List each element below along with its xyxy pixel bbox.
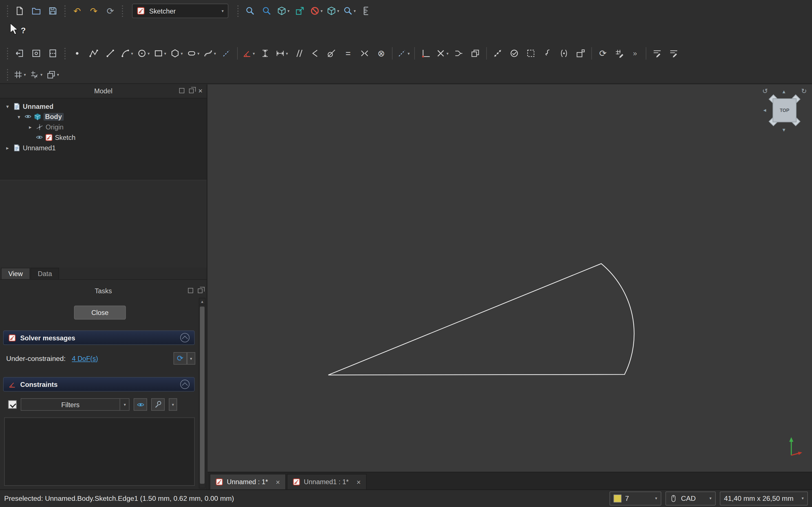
undo-button[interactable]: ↶: [69, 3, 85, 19]
constrain-perpendicular-button[interactable]: [307, 46, 323, 61]
visibility-eye-icon[interactable]: [24, 113, 32, 120]
dropdown-caret-icon[interactable]: ▾: [181, 51, 183, 56]
refresh-geometry-button[interactable]: ⟳: [595, 46, 611, 61]
toolbar-grip[interactable]: [6, 5, 9, 17]
close-button[interactable]: Close: [74, 306, 126, 320]
tasks-scrollbar[interactable]: ▲: [199, 298, 206, 488]
document-tab-unnamed1[interactable]: Unnamed1 : 1* ×: [287, 474, 366, 490]
grid-toggle-button[interactable]: ▾: [12, 67, 27, 82]
rotate-ccw-icon[interactable]: ↺: [762, 87, 768, 95]
navcube-arrow-up-icon[interactable]: ▴: [782, 89, 785, 94]
show-constraints-button[interactable]: [134, 398, 147, 410]
navcube-arrow-left-icon[interactable]: ◂: [763, 107, 766, 113]
dropdown-caret-icon[interactable]: ▾: [148, 51, 150, 56]
render-order-button[interactable]: ▾: [45, 67, 61, 82]
dof-link[interactable]: 4 DoF(s): [72, 354, 98, 362]
navcube-arrow-down-icon[interactable]: ▾: [782, 127, 785, 132]
panel-float-button[interactable]: [198, 288, 203, 293]
new-document-button[interactable]: [12, 3, 27, 19]
open-document-button[interactable]: [28, 3, 44, 19]
measure-button[interactable]: [358, 3, 374, 19]
axonometric-view-button[interactable]: ▾: [276, 3, 291, 19]
create-polyline-button[interactable]: [86, 46, 102, 61]
tab-data[interactable]: Data: [31, 268, 59, 279]
refresh-button[interactable]: ⟳: [103, 3, 118, 19]
snap-button[interactable]: ▾: [28, 67, 44, 82]
tree-expander-icon[interactable]: ▸: [4, 145, 11, 150]
dropdown-caret-icon[interactable]: ▾: [57, 72, 59, 77]
view-dimensions-dropdown[interactable]: 41,40 mm x 26,50 mm ▾: [720, 492, 808, 506]
navigation-cube[interactable]: ↺ ↻ TOP ◂ ▴ ▾: [762, 88, 807, 132]
scroll-up-icon[interactable]: ▲: [199, 298, 205, 305]
workbench-selector[interactable]: Sketcher ▾: [132, 4, 228, 18]
toolbar-grip[interactable]: [237, 5, 239, 17]
dropdown-caret-icon[interactable]: ▾: [286, 51, 288, 56]
dropdown-caret-icon[interactable]: ▾: [337, 8, 339, 13]
navcube-top-face[interactable]: TOP: [772, 98, 796, 122]
dropdown-caret-icon[interactable]: ▾: [321, 8, 323, 13]
grid-settings-button[interactable]: [612, 46, 627, 61]
rotate-cw-icon[interactable]: ↻: [801, 87, 807, 95]
edit-controls-button[interactable]: [573, 46, 588, 61]
tree-expander-icon[interactable]: ▾: [4, 103, 11, 109]
constrain-parallel-button[interactable]: [291, 46, 306, 61]
constraint-settings-button[interactable]: [151, 398, 165, 410]
create-line-button[interactable]: [103, 46, 118, 61]
toolbar-grip[interactable]: [64, 5, 66, 17]
dropdown-caret-icon[interactable]: ▾: [40, 72, 42, 77]
select-axes-button[interactable]: [418, 46, 433, 61]
tree-expander-icon[interactable]: ▾: [15, 114, 22, 119]
create-bspline-button[interactable]: ▾: [202, 46, 217, 61]
bspline-knot-button[interactable]: [556, 46, 572, 61]
redo-button[interactable]: ↷: [86, 3, 102, 19]
validate-sketch-button[interactable]: [507, 46, 522, 61]
collapse-icon[interactable]: [180, 380, 189, 389]
close-icon[interactable]: ×: [276, 478, 280, 486]
toolbar-grip[interactable]: [6, 47, 9, 59]
annotation-styles-button[interactable]: [650, 46, 665, 61]
merge-sketches-button[interactable]: [451, 46, 467, 61]
3d-viewport[interactable]: ↺ ↻ TOP ◂ ▴ ▾: [208, 84, 812, 472]
layer-dropdown[interactable]: 7 ▾: [610, 492, 661, 506]
dropdown-caret-icon[interactable]: ▾: [408, 51, 410, 56]
create-polygon-button[interactable]: ▾: [169, 46, 184, 61]
tree-item-unnamed1[interactable]: ▸Unnamed1: [0, 143, 207, 153]
texture-view-button[interactable]: ▾: [325, 3, 341, 19]
constrain-horizontal-distance-button[interactable]: ▾: [274, 46, 290, 61]
leave-sketch-button[interactable]: [12, 46, 27, 61]
dropdown-caret-icon[interactable]: ▾: [447, 51, 449, 56]
constrain-block-button[interactable]: ⊗: [373, 46, 389, 61]
delete-constraints-button[interactable]: ▾: [434, 46, 450, 61]
create-slot-button[interactable]: ▾: [185, 46, 201, 61]
zoom-tools-button[interactable]: ▾: [342, 3, 357, 19]
dropdown-caret-icon[interactable]: ▾: [131, 51, 133, 56]
constraint-list[interactable]: [4, 417, 195, 486]
dropdown-caret-icon[interactable]: ▾: [354, 8, 356, 13]
tree-item-sketch[interactable]: Sketch: [0, 132, 207, 143]
filters-dropdown[interactable]: Filters ▾: [20, 398, 129, 410]
clone-button[interactable]: [468, 46, 483, 61]
tree-item-unnamed[interactable]: ▾Unnamed: [0, 101, 207, 111]
toolbar-grip[interactable]: [6, 68, 9, 81]
sketch-edge[interactable]: [328, 264, 634, 375]
panel-float-button[interactable]: [189, 88, 194, 93]
close-icon[interactable]: ×: [356, 478, 361, 486]
view-sketch-button[interactable]: [28, 46, 44, 61]
toolbar-grip[interactable]: [121, 5, 124, 17]
tree-item-origin[interactable]: ▸Origin: [0, 122, 207, 132]
view-section-button[interactable]: [45, 46, 61, 61]
visibility-eye-icon[interactable]: [36, 134, 43, 141]
dropdown-caret-icon[interactable]: ▾: [24, 72, 26, 77]
constrain-equal-button[interactable]: =: [340, 46, 356, 61]
constraint-settings-dropdown[interactable]: ▾: [169, 398, 177, 410]
constrain-tangent-button[interactable]: [324, 46, 339, 61]
constrain-vertical-distance-button[interactable]: [257, 46, 273, 61]
panel-restore-button[interactable]: [179, 88, 184, 93]
filter-checkbox[interactable]: [8, 400, 16, 409]
toolbar-grip[interactable]: [64, 47, 66, 59]
selection-tools-button[interactable]: [523, 46, 538, 61]
clipping-plane-button[interactable]: ▾: [309, 3, 324, 19]
navigation-style-dropdown[interactable]: CAD ▾: [665, 492, 715, 506]
dimension-button[interactable]: ▾: [241, 46, 256, 61]
create-circle-button[interactable]: ▾: [136, 46, 151, 61]
